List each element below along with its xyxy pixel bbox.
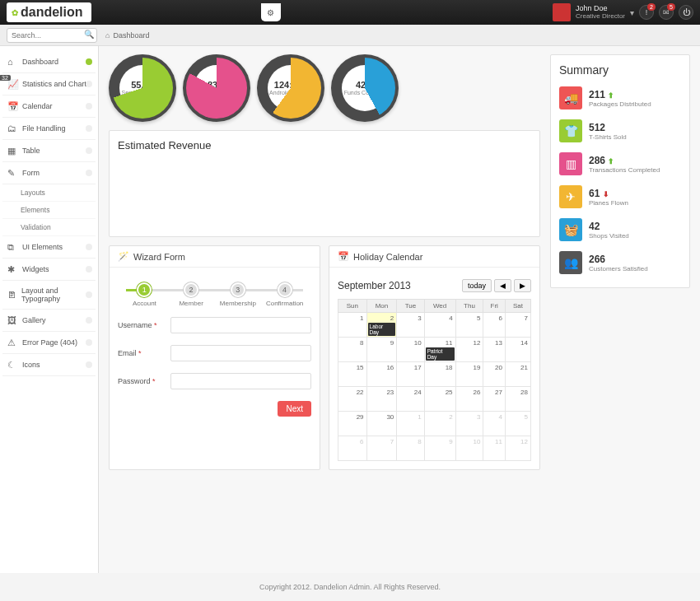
calendar-cell[interactable]: 9 [424, 436, 455, 461]
calendar-cell[interactable]: 1 [338, 313, 367, 338]
sidebar-item-dashboard[interactable]: ⌂Dashboard [2, 51, 96, 73]
calendar-cell[interactable]: 2 [424, 412, 455, 436]
sidebar-icon: ☾ [7, 360, 17, 370]
calendar-cell[interactable]: 10 [397, 338, 424, 362]
sidebar-item-icons[interactable]: ☾Icons [2, 354, 96, 376]
user-role: Creative Director [576, 12, 625, 21]
calendar-cell[interactable]: 20 [483, 362, 506, 387]
calendar-cell[interactable]: 4 [424, 313, 455, 338]
sidebar-label: Error Page (404) [22, 338, 77, 347]
calendar-cell[interactable]: 23 [366, 387, 397, 412]
breadcrumb[interactable]: ⌂ Dashboard [105, 31, 149, 40]
sidebar-item-gallery[interactable]: 🖼Gallery [2, 310, 96, 332]
calendar-cell[interactable]: 10 [455, 436, 483, 461]
today-button[interactable]: today [462, 279, 492, 292]
calendar-cell[interactable]: 3 [455, 412, 483, 436]
calendar-cell[interactable]: 5 [506, 412, 531, 436]
messages-button[interactable]: ✉5 [659, 5, 674, 20]
sidebar-item-calendar[interactable]: 📅Calendar [2, 96, 96, 118]
search-icon[interactable]: 🔍 [84, 30, 94, 39]
calendar-cell[interactable]: 5 [455, 313, 483, 338]
wizard-step-account[interactable]: 1Account [121, 282, 168, 307]
sidebar-item-statistics-and-charts[interactable]: 32📈Statistics and Charts [2, 73, 96, 96]
calendar-cell[interactable]: 2Labor Day [366, 313, 397, 338]
calendar-cell[interactable]: 13 [483, 338, 506, 362]
calendar-cell[interactable]: 11Patriot Day [424, 338, 455, 362]
header-bar: ✿ dandelion ⚙ John Doe Creative Director… [0, 0, 700, 25]
calendar-cell[interactable]: 21 [506, 362, 531, 387]
calendar-cell[interactable]: 15 [338, 362, 367, 387]
username-input[interactable] [170, 317, 311, 333]
form-row-password: Password * [118, 373, 311, 389]
sidebar-item-layout-and-typography[interactable]: 🖹Layout and Typography [2, 281, 96, 310]
chevron-down-icon[interactable]: ▾ [630, 8, 634, 17]
calendar-cell[interactable]: 12 [506, 436, 531, 461]
sidebar-label: Dashboard [22, 58, 58, 66]
field-label: Username * [118, 321, 170, 329]
wizard-step-membership[interactable]: 3Membership [215, 282, 262, 307]
calendar-cell[interactable]: 19 [455, 362, 483, 387]
wizard-step-member[interactable]: 2Member [168, 282, 215, 307]
sidebar-item-file-handling[interactable]: 🗂File Handling [2, 118, 96, 140]
calendar-event[interactable]: Labor Day [368, 323, 396, 336]
password-input[interactable] [170, 373, 311, 389]
sidebar-item-ui-elements[interactable]: ⧉UI Elements [2, 236, 96, 259]
calendar-cell[interactable]: 7 [366, 436, 397, 461]
next-month-button[interactable]: ▶ [514, 279, 531, 292]
summary-icon: 🚚 [559, 86, 582, 109]
calendar-cell[interactable]: 16 [366, 362, 397, 387]
calendar-cell[interactable]: 28 [506, 387, 531, 412]
calendar-cell[interactable]: 18 [424, 362, 455, 387]
calendar-cell[interactable]: 8 [397, 436, 424, 461]
calendar-cell[interactable]: 9 [366, 338, 397, 362]
sidebar-item-form[interactable]: ✎Form [2, 162, 96, 184]
calendar-cell[interactable]: 14 [506, 338, 531, 362]
calendar-cell[interactable]: 24 [397, 387, 424, 412]
alerts-badge: 2 [647, 3, 656, 11]
next-button[interactable]: Next [278, 401, 311, 417]
wizard-step-label: Account [121, 300, 168, 307]
calendar-cell[interactable]: 7 [506, 313, 531, 338]
alerts-button[interactable]: !2 [639, 5, 654, 20]
calendar-cell[interactable]: 27 [483, 387, 506, 412]
wizard-step-ball: 3 [231, 282, 245, 297]
calendar-cell[interactable]: 25 [424, 387, 455, 412]
power-button[interactable]: ⏻ [679, 5, 693, 20]
sidebar-item-error-page-[interactable]: ⚠Error Page (404) [2, 332, 96, 354]
form-row-username: Username * [118, 317, 311, 333]
calendar-cell[interactable]: 11 [483, 436, 506, 461]
calendar-cell[interactable]: 22 [338, 387, 367, 412]
calendar-cell[interactable]: 6 [483, 313, 506, 338]
calendar-cell[interactable]: 8 [338, 338, 367, 362]
wizard-steps: 1Account2Member3Membership4Confirmation [118, 276, 311, 317]
sidebar-item-table[interactable]: ▦Table [2, 140, 96, 162]
calendar-cell[interactable]: 4 [483, 412, 506, 436]
header-settings-tab[interactable]: ⚙ [261, 3, 281, 21]
calendar-day-header: Fri [483, 300, 506, 313]
calendar-cell[interactable]: 26 [455, 387, 483, 412]
user-avatar[interactable] [553, 3, 571, 21]
sidebar-icon: ✱ [7, 264, 17, 274]
calendar-cell[interactable]: 12 [455, 338, 483, 362]
brand-logo[interactable]: ✿ dandelion [7, 2, 91, 22]
wizard-step-confirmation[interactable]: 4Confirmation [261, 282, 308, 307]
prev-month-button[interactable]: ◀ [494, 279, 511, 292]
user-info[interactable]: John Doe Creative Director [576, 4, 625, 21]
sidebar-item-widgets[interactable]: ✱Widgets [2, 259, 96, 281]
calendar-cell[interactable]: 6 [338, 436, 367, 461]
sidebar-sub-elements[interactable]: Elements [2, 202, 96, 219]
sidebar-sub-validation[interactable]: Validation [2, 219, 96, 236]
calendar-cell[interactable]: 30 [366, 412, 397, 436]
messages-badge: 5 [667, 3, 675, 11]
calendar-cell[interactable]: 29 [338, 412, 367, 436]
calendar-cell[interactable]: 17 [397, 362, 424, 387]
sidebar-label: Table [22, 147, 40, 155]
sidebar-icon: 📅 [7, 101, 17, 111]
email-input[interactable] [170, 345, 311, 361]
calendar-cell[interactable]: 1 [397, 412, 424, 436]
calendar-cell[interactable]: 3 [397, 313, 424, 338]
sidebar-sub-layouts[interactable]: Layouts [2, 184, 96, 202]
calendar-title: Holiday Calendar [353, 252, 422, 262]
calendar-event[interactable]: Patriot Day [426, 347, 455, 361]
sub-header: 🔍 ⌂ Dashboard [0, 25, 700, 46]
